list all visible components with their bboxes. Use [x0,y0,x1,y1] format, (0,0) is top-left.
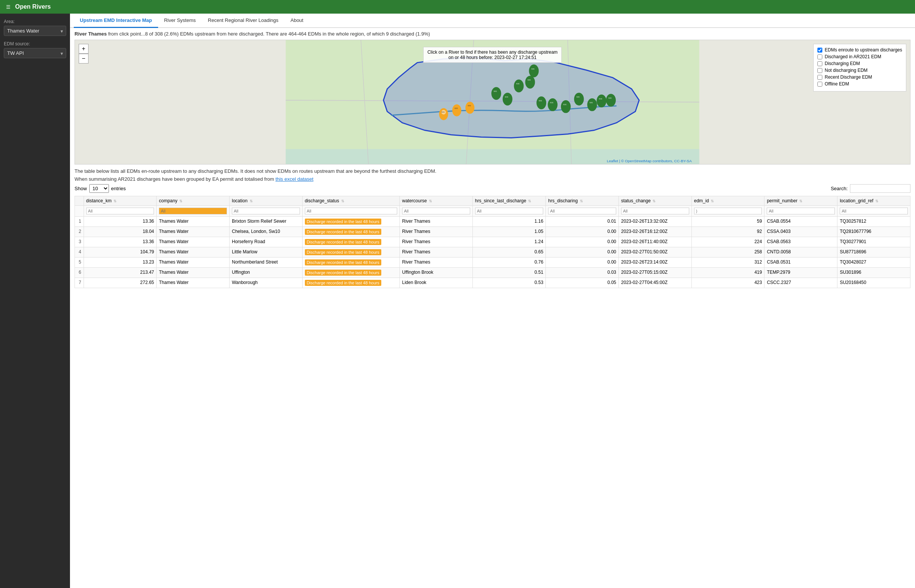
zoom-out-button[interactable]: − [79,54,89,63]
filter-location [229,206,302,216]
map-pin-15[interactable]: ≈≈ [529,65,538,78]
filter-status-change [619,206,692,216]
app-title: Open Rivers [15,3,51,10]
map-pin-7[interactable]: ≈≈ [525,76,535,89]
cell-watercourse: Uffington Brook [400,268,473,278]
hamburger-icon[interactable]: ☰ [6,4,11,10]
edm-select[interactable]: TW API EA API [4,48,66,58]
svg-text:≈≈: ≈≈ [494,90,497,93]
map-pin-5[interactable]: ≈≈ [503,93,512,105]
col-company[interactable]: company ⇅ [157,196,230,206]
filter-discharge-status [302,206,399,216]
legend-checkbox-recent-discharge[interactable] [817,75,822,80]
map-pin-1[interactable]: ≈≈ [439,108,448,120]
cell-watercourse: River Thames [400,247,473,257]
discharge-badge: Discharge recorded in the last 48 hours [305,270,381,276]
cell-watercourse: River Thames [400,237,473,247]
cell-hrs-since: 1.05 [472,227,546,237]
map-pin-8[interactable]: ≈≈ [537,97,546,109]
filter-status-change-input[interactable] [621,208,689,215]
filter-distance-input[interactable] [86,208,154,215]
cell-company: Thames Water [157,257,230,268]
map-pin-10[interactable]: ≈≈ [561,100,571,113]
area-select[interactable]: Thames Water Anglian Water Southern Wate… [4,26,66,36]
cell-hrs-since: 0.53 [472,278,546,288]
legend-label-recent-discharge: Recent Discharge EDM [824,74,872,80]
filter-hrs-discharging [546,206,619,216]
legend-checkbox-not-discharging[interactable] [817,68,822,73]
filter-hrs-discharging-input[interactable] [548,208,616,215]
map-pin-13[interactable]: ≈≈ [597,95,606,107]
table-row: 1 13.36 Thames Water Brixton Storm Relie… [75,216,910,227]
map-pin-4[interactable]: ≈≈ [491,87,501,100]
cell-company: Thames Water [157,268,230,278]
map-pin-11[interactable]: ≈≈ [574,93,584,105]
svg-text:Leaflet | © OpenStreetMap cont: Leaflet | © OpenStreetMap contributors, … [607,159,692,163]
svg-point-19 [525,76,535,89]
col-hrs-discharging[interactable]: hrs_discharing ⇅ [546,196,619,206]
filter-hrs-since-input[interactable] [475,208,543,215]
cell-edm-id: 92 [692,227,765,237]
filter-permit-input[interactable] [767,208,835,215]
map-pin-3[interactable]: ≈≈ [465,102,474,114]
cell-location: Wanborough [229,278,302,288]
col-location[interactable]: location ⇅ [229,196,302,206]
excel-dataset-link[interactable]: this excel dataset [275,176,313,182]
svg-text:≈≈: ≈≈ [467,104,471,107]
tab-upstream-map[interactable]: Upstream EMD Interactive Map [74,14,158,28]
legend-label-offline: Offline EDM [824,81,849,87]
filter-discharge-status-input[interactable] [305,208,397,215]
cell-hrs-discharging: 0.00 [546,227,619,237]
cell-row-num: 6 [75,268,84,278]
tab-regional-loadings[interactable]: Recent Regional River Loadings [202,14,285,28]
map-pin-9[interactable]: ≈≈ [548,98,558,111]
legend-checkbox-edms-enroute[interactable] [817,48,822,53]
legend-item-3: Not discharging EDM [817,68,902,73]
legend-label-edms-enroute: EDMs enroute to upstream discharges [824,47,902,53]
filter-edm-id-input[interactable] [694,208,762,215]
entries-select[interactable]: 10 25 50 100 [89,184,109,193]
map-pin-6[interactable]: ≈≈ [514,79,524,92]
filter-permit [765,206,837,216]
filter-company-input[interactable] [159,208,227,215]
cell-discharge-status: Discharge recorded in the last 48 hours [302,247,399,257]
cell-edm-id: 59 [692,216,765,227]
search-input[interactable] [850,184,910,193]
map-pin-12[interactable]: ≈≈ [587,98,597,111]
tab-river-systems[interactable]: River Systems [158,14,202,28]
map-container[interactable]: ≈≈ ≈≈ ≈≈ ≈≈ [74,40,910,165]
discharge-badge: Discharge recorded in the last 48 hours [305,280,381,286]
legend-item-5: Offline EDM [817,81,902,87]
legend-label-discharged-ar2021: Discharged in AR2021 EDM [824,54,881,59]
show-entries: Show 10 25 50 100 entries [74,184,126,193]
cell-grid-ref: TQ30428027 [837,257,910,268]
col-hrs-since[interactable]: hrs_since_last_discharge ⇅ [472,196,546,206]
desc-line2: When summarising AR2021 discharges have … [74,176,910,182]
filter-location-input[interactable] [232,208,300,215]
cell-grid-ref: SU301896 [837,268,910,278]
legend-checkbox-offline[interactable] [817,82,822,87]
col-distance[interactable]: distance_km ⇅ [84,196,157,206]
filter-grid-ref-input[interactable] [840,208,908,215]
svg-text:≈≈: ≈≈ [441,110,445,114]
cell-distance: 13.36 [84,237,157,247]
filter-watercourse-input[interactable] [402,208,470,215]
col-watercourse[interactable]: watercourse ⇅ [400,196,473,206]
cell-hrs-since: 0.76 [472,257,546,268]
col-discharge-status[interactable]: discharge_status ⇅ [302,196,399,206]
cell-distance: 18.04 [84,227,157,237]
filter-company [157,206,230,216]
col-permit[interactable]: permit_number ⇅ [765,196,837,206]
legend-checkbox-discharging[interactable] [817,61,822,66]
legend-checkbox-discharged-ar2021[interactable] [817,55,822,59]
map-pin-14[interactable]: ≈≈ [606,94,616,107]
tab-about[interactable]: About [285,14,309,28]
col-grid-ref[interactable]: location_grid_ref ⇅ [837,196,910,206]
col-status-change[interactable]: status_change ⇅ [619,196,692,206]
legend-item-1: Discharged in AR2021 EDM [817,54,902,59]
cell-edm-id: 423 [692,278,765,288]
map-pin-2[interactable]: ≈≈ [453,104,461,116]
zoom-in-button[interactable]: + [79,44,89,54]
col-edm-id[interactable]: edm_id ⇅ [692,196,765,206]
cell-company: Thames Water [157,278,230,288]
